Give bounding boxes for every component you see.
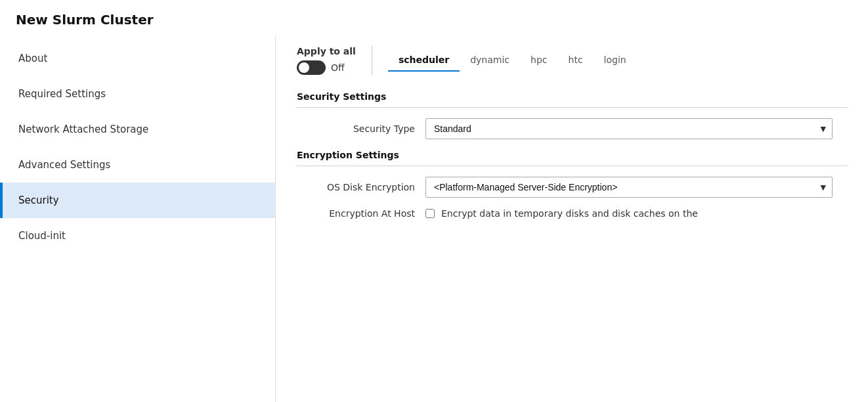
- top-row: Apply to all Off schedulerdynamichpchtcl…: [297, 46, 847, 76]
- security-type-select[interactable]: StandardTrustedLaunchConfidentialVM: [425, 118, 833, 139]
- sidebar-item-network-attached-storage[interactable]: Network Attached Storage: [0, 112, 275, 147]
- security-type-select-wrapper: StandardTrustedLaunchConfidentialVM ▼: [425, 118, 833, 139]
- sidebar-item-security[interactable]: Security: [0, 183, 275, 218]
- sidebar: AboutRequired SettingsNetwork Attached S…: [0, 35, 276, 402]
- node-tabs: schedulerdynamichpchtclogin: [388, 49, 637, 72]
- sidebar-item-advanced-settings[interactable]: Advanced Settings: [0, 147, 275, 183]
- sidebar-item-required-settings[interactable]: Required Settings: [0, 76, 275, 112]
- apply-all-label: Apply to all: [297, 46, 356, 56]
- tab-htc[interactable]: htc: [558, 49, 594, 72]
- encryption-at-host-label: Encryption At Host: [297, 208, 415, 219]
- os-disk-label: OS Disk Encryption: [297, 182, 415, 192]
- encryption-settings-header: Encryption Settings: [297, 150, 847, 166]
- encryption-at-host-checkbox-row: Encrypt data in temporary disks and disk…: [425, 208, 698, 219]
- os-disk-select-wrapper: <Platform-Managed Server-Side Encryption…: [425, 177, 833, 198]
- sidebar-item-about[interactable]: About: [0, 41, 275, 76]
- encryption-at-host-description: Encrypt data in temporary disks and disk…: [441, 208, 698, 219]
- page-container: New Slurm Cluster AboutRequired Settings…: [0, 0, 868, 402]
- security-settings-header: Security Settings: [297, 91, 847, 108]
- sidebar-item-cloud-init[interactable]: Cloud-init: [0, 218, 275, 254]
- security-type-label: Security Type: [297, 123, 415, 134]
- os-disk-encryption-row: OS Disk Encryption <Platform-Managed Ser…: [297, 177, 847, 198]
- toggle-off-label: Off: [331, 62, 345, 73]
- main-panel: Apply to all Off schedulerdynamichpchtcl…: [276, 35, 868, 402]
- page-title: New Slurm Cluster: [0, 0, 868, 35]
- encryption-settings-section: Encryption Settings OS Disk Encryption <…: [297, 150, 847, 219]
- apply-all-section: Apply to all Off: [297, 46, 372, 75]
- os-disk-select[interactable]: <Platform-Managed Server-Side Encryption…: [425, 177, 833, 198]
- apply-all-toggle[interactable]: [297, 60, 326, 75]
- tab-dynamic[interactable]: dynamic: [460, 49, 520, 72]
- toggle-thumb: [299, 62, 309, 73]
- tab-hpc[interactable]: hpc: [520, 49, 557, 72]
- tab-scheduler[interactable]: scheduler: [388, 49, 460, 72]
- encryption-at-host-checkbox[interactable]: [425, 209, 435, 218]
- encryption-at-host-row: Encryption At Host Encrypt data in tempo…: [297, 208, 847, 219]
- tab-login[interactable]: login: [594, 49, 637, 72]
- main-content: AboutRequired SettingsNetwork Attached S…: [0, 35, 868, 402]
- toggle-row: Off: [297, 60, 345, 75]
- security-type-row: Security Type StandardTrustedLaunchConfi…: [297, 118, 847, 139]
